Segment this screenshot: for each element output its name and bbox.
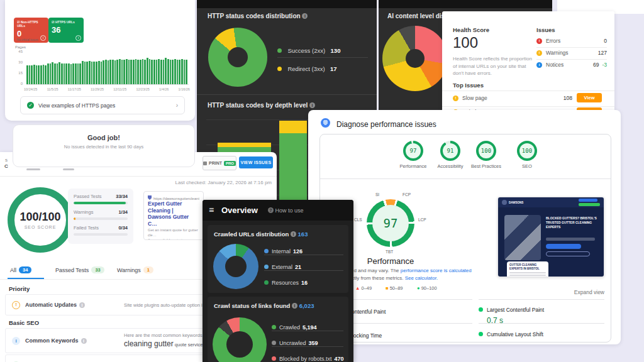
score-calc-link[interactable]: performance score is calculated (401, 268, 472, 273)
metric-value: 0 (487, 341, 543, 343)
legend-range-mid: ■ 50–89 (386, 285, 402, 291)
expand-view-link[interactable]: Expand view (574, 289, 604, 295)
notice-icon: i (536, 62, 542, 68)
clipped-text: C (4, 163, 8, 169)
gauge-performance[interactable]: 97 (403, 141, 423, 161)
view-examples-label: View examples of HTTPS pages (38, 102, 115, 109)
gauge-accessibility[interactable]: 91 (440, 141, 460, 161)
info-icon[interactable]: i (40, 35, 46, 41)
issue-count: 127 (598, 50, 607, 56)
stat-value: 0/34 (118, 225, 128, 231)
info-icon[interactable]: i (292, 303, 297, 309)
see-calculator-link[interactable]: See calculator. (405, 275, 438, 281)
performance-gauge-label: Performance (347, 256, 435, 266)
x-axis-labels: 10/24/25 11/5/25 11/17/25 11/29/25 12/11… (24, 87, 190, 91)
top-issue-label: Slow page (462, 95, 487, 101)
tab-warnings[interactable]: Warnings1 (117, 266, 153, 273)
x-tick: 11/17/25 (68, 87, 81, 91)
view-issues-button[interactable]: VIEW ISSUES (239, 156, 273, 168)
printer-icon (203, 162, 207, 165)
metric-status-dot (479, 307, 483, 312)
depth-bar-redirect (218, 143, 271, 147)
legend-item: Blocked by robots.txt470 (272, 352, 344, 362)
issues-row-notices[interactable]: i Notices 69 -3 (536, 62, 607, 68)
warning-icon: ! (12, 301, 20, 309)
http-codes-title: HTTP status codes distribution (208, 13, 301, 19)
tab-count-badge: 1 (143, 266, 153, 273)
x-tick: 1/16/26 (179, 87, 190, 91)
serp-snippet-card: https://dawsonsguttercleaning… Expert Gu… (143, 191, 204, 240)
crawled-urls-card: Crawled URLs distribution i 163 Internal… (208, 225, 348, 293)
good-job-subtitle: No issues detected in the last 90 days (13, 144, 194, 150)
crawled-urls-title: Crawled URLs distribution (214, 231, 289, 238)
top-issue-count: 108 (564, 95, 572, 101)
checkbox-icon[interactable]: ☑ (52, 20, 54, 24)
crawl-status-card: Crawl status of links found i 6,023 Craw… (208, 297, 348, 362)
view-issues-label: VIEW ISSUES (241, 160, 272, 165)
crawl-status-title: Crawl status of links found (214, 302, 290, 309)
window-titlebar (379, 0, 552, 8)
section-divider (197, 94, 377, 95)
health-score-value: 100 (453, 34, 478, 52)
info-icon[interactable]: i (81, 338, 87, 344)
clipped-text: S (5, 158, 8, 162)
divider (320, 178, 611, 179)
tab-all[interactable]: All34 (10, 266, 31, 273)
divider (442, 90, 614, 91)
issue-count: 69 (593, 62, 599, 68)
metric-status-dot (479, 332, 483, 336)
hero-image-collage (504, 215, 541, 260)
stat-label: Warnings (74, 209, 93, 215)
legend-divider (272, 346, 343, 347)
hero-headline: BLOCKED GUTTERS? BRISTOL'S TRUSTED GUTTE… (546, 216, 599, 229)
lighthouse-card: 97 Performance 91 Accessibility 100 Best… (319, 134, 611, 343)
issues-title: Issues (536, 26, 555, 33)
y-tick: 15 (14, 71, 23, 75)
quote-button[interactable] (579, 199, 597, 202)
shield-icon (148, 195, 152, 200)
divider (479, 299, 604, 300)
chevron-right-icon: › (176, 102, 178, 109)
issues-row-warnings[interactable]: ! Warnings 127 (536, 50, 607, 56)
section-title: HTTP status codes distribution i (208, 13, 308, 19)
info-icon[interactable]: i (302, 13, 308, 19)
depth-bar-redirect (279, 121, 307, 133)
gauge-seo[interactable]: 100 (517, 141, 537, 161)
diagnose-title: Diagnose performance issues (336, 120, 436, 129)
info-icon[interactable]: i (75, 35, 81, 41)
seo-score-value: 100/100 (19, 211, 60, 224)
divider (536, 59, 607, 60)
tab-passed-tests[interactable]: Passed Tests33 (55, 266, 104, 273)
good-job-card: Good job! No issues detected in the last… (13, 124, 195, 167)
divider (442, 106, 614, 107)
issues-row-errors[interactable]: ! Errors 0 (536, 38, 607, 44)
info-icon[interactable]: i (79, 302, 85, 308)
https-report-panel: ☑ Non-HTTPS URLs 0 No critical issues i … (5, 0, 195, 121)
snippet-title-link[interactable]: Expert Gutter Cleaning |Dawsons Gutter C… (148, 200, 199, 228)
error-icon: ! (536, 38, 542, 44)
hero-cta-primary[interactable] (546, 244, 581, 249)
print-button[interactable]: PRINT PRO (203, 156, 236, 170)
info-icon[interactable]: i (291, 231, 296, 237)
site-preview-thumbnail[interactable]: DAWSONS BLOCKED GUTTERS? BRISTOL'S TRUST… (497, 197, 604, 277)
view-examples-row[interactable]: ✓ View examples of HTTPS pages › (20, 96, 185, 114)
legend-label: Redirect (3xx) (287, 65, 325, 72)
hero-subtext (546, 238, 595, 241)
hero-cta-secondary[interactable] (546, 251, 590, 256)
dashboard-collage: HTTP status codes distribution i Success… (0, 0, 644, 362)
whatsapp-button[interactable] (579, 203, 600, 206)
last-checked: Last checked: January 22, 2026 at 7:16 p… (175, 180, 272, 185)
y-axis-label: Pages (15, 45, 26, 49)
info-icon[interactable]: i (309, 102, 315, 108)
health-score-panel: Health Score 100 Health Score reflects t… (442, 11, 614, 112)
performance-gauge: 97 (367, 199, 414, 247)
legend-value: 130 (331, 47, 341, 54)
stat-bar (74, 202, 128, 204)
site-logo (502, 200, 507, 205)
hamburger-menu-icon[interactable]: ≡ (209, 205, 214, 215)
metric-label-si: SI (375, 192, 379, 197)
view-button[interactable]: View (577, 93, 602, 102)
seo-score-ring: 100/100 SEO SCORE (8, 187, 73, 253)
how-to-use-link[interactable]: ? How to use (268, 207, 304, 214)
gauge-best-practices[interactable]: 100 (476, 141, 496, 161)
